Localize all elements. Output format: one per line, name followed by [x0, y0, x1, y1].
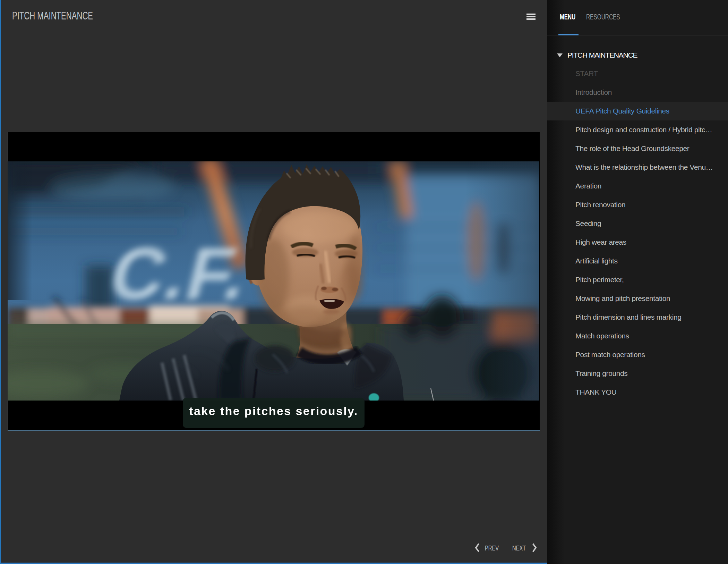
svg-text:C.F.: C.F. [102, 232, 259, 314]
